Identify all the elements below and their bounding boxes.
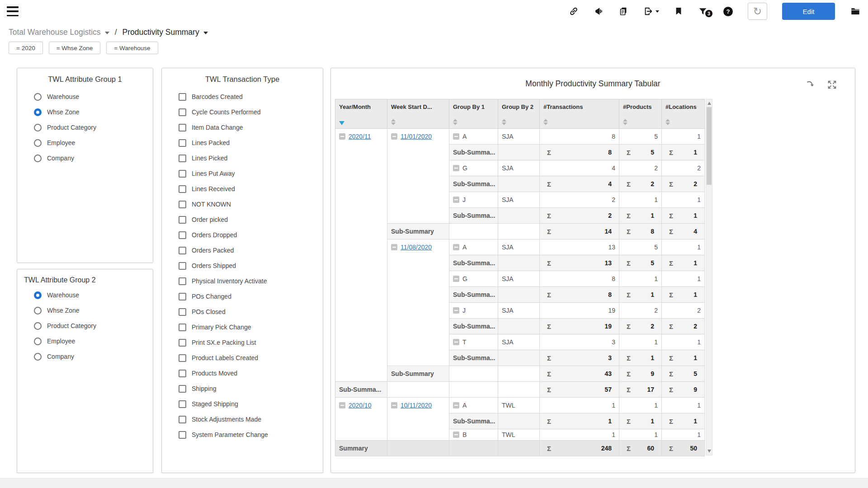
collapse-icon[interactable] [453,197,459,203]
collapse-icon[interactable] [453,402,459,408]
checkbox-icon[interactable] [179,339,186,347]
checkbox-option-order-picked[interactable]: Order picked [179,212,318,227]
drill-link[interactable]: 10/11/2020 [401,402,432,409]
checkbox-icon[interactable] [179,308,186,316]
checkbox-icon[interactable] [179,139,186,147]
radio-icon[interactable] [34,139,42,147]
expand-icon[interactable] [827,80,837,91]
collapse-icon[interactable] [391,402,397,408]
collapse-icon[interactable] [453,133,459,140]
radio-option-whse-zone[interactable]: Whse Zone [34,104,148,120]
collapse-icon[interactable] [339,402,345,408]
checkbox-option-orders-dropped[interactable]: Orders Dropped [179,227,318,243]
filter-icon[interactable]: 3 [698,6,708,16]
checkbox-icon[interactable] [179,324,186,331]
sort-toggle-icon[interactable] [623,119,628,125]
radio-icon[interactable] [34,108,42,116]
export-icon[interactable] [643,6,659,16]
collapse-icon[interactable] [391,133,397,140]
scroll-down-icon[interactable] [708,450,711,453]
radio-icon[interactable] [34,307,42,314]
collapse-icon[interactable] [453,276,459,282]
sort-desc-icon[interactable] [339,121,344,125]
sort-toggle-icon[interactable] [665,119,671,125]
filter-chip-2020[interactable]: = 2020 [9,42,43,54]
checkbox-icon[interactable] [179,416,186,423]
checkbox-icon[interactable] [179,216,186,224]
column-header-week-start-d[interactable]: Week Start D... [387,99,449,129]
radio-option-product-category[interactable]: Product Category [34,120,148,135]
sort-toggle-icon[interactable] [502,119,507,125]
checkbox-option-orders-packed[interactable]: Orders Packed [179,243,318,258]
edit-button[interactable]: Edit [782,3,835,20]
collapse-icon[interactable] [453,244,459,250]
checkbox-option-products-moved[interactable]: Products Moved [179,366,318,381]
column-header-group-by-2[interactable]: Group By 2 [498,99,540,129]
checkbox-option-shipping[interactable]: Shipping [179,381,318,396]
column-header-products[interactable]: #Products [619,99,662,129]
checkbox-option-staged-shipping[interactable]: Staged Shipping [179,396,318,412]
bookmark-icon[interactable] [674,6,683,16]
menu-icon[interactable] [7,5,19,17]
radio-icon[interactable] [34,124,42,131]
filter-chip-warehouse[interactable]: = Warehouse [106,42,158,54]
filter-chip-whse-zone[interactable]: = Whse Zone [49,42,101,54]
radio-option-company[interactable]: Company [34,150,148,166]
checkbox-icon[interactable] [179,293,186,300]
checkbox-option-lines-put-away[interactable]: Lines Put Away [179,166,318,181]
sort-toggle-icon[interactable] [453,119,458,125]
checkbox-option-stock-adjustments-made[interactable]: Stock Adjustments Made [179,412,318,427]
radio-option-whse-zone[interactable]: Whse Zone [34,303,148,318]
vertical-scrollbar[interactable] [706,99,712,455]
drill-link[interactable]: 11/01/2020 [401,133,432,140]
checkbox-icon[interactable] [179,231,186,239]
checkbox-icon[interactable] [179,185,186,193]
collapse-icon[interactable] [453,165,459,171]
collapse-icon[interactable] [453,307,459,314]
drill-link[interactable]: 2020/11 [349,133,371,140]
radio-icon[interactable] [34,322,42,330]
drill-arrow-icon[interactable] [807,80,815,90]
column-header-year-month[interactable]: Year/Month [335,99,387,129]
checkbox-icon[interactable] [179,262,186,270]
radio-icon[interactable] [34,93,42,101]
breadcrumb-current[interactable]: Productivity Summary [123,28,208,37]
sort-toggle-icon[interactable] [543,119,549,125]
checkbox-option-physical-inventory-activate[interactable]: Physical Inventory Activate [179,273,318,289]
drill-link[interactable]: 2020/10 [349,402,372,409]
checkbox-option-pos-closed[interactable]: POs Closed [179,304,318,319]
checkbox-option-cycle-counts-performed[interactable]: Cycle Counts Performed [179,104,318,120]
checkbox-option-not-known[interactable]: NOT KNOWN [179,197,318,212]
scroll-up-icon[interactable] [708,102,711,105]
copy-icon[interactable] [618,6,628,16]
checkbox-icon[interactable] [179,385,186,393]
checkbox-option-lines-received[interactable]: Lines Received [179,181,318,197]
collapse-icon[interactable] [339,133,345,140]
share-link-icon[interactable] [569,6,579,16]
drill-link[interactable]: 11/08/2020 [401,244,432,251]
radio-icon[interactable] [34,155,42,162]
help-icon[interactable]: ? [723,7,733,16]
radio-option-product-category[interactable]: Product Category [34,318,148,333]
radio-option-warehouse[interactable]: Warehouse [34,89,148,104]
column-header-transactions[interactable]: #Transactions [540,99,619,129]
checkbox-option-lines-packed[interactable]: Lines Packed [179,135,318,150]
scrollbar-thumb[interactable] [707,107,712,185]
radio-icon[interactable] [34,353,42,361]
collapse-icon[interactable] [391,244,397,250]
radio-icon[interactable] [34,338,42,345]
checkbox-icon[interactable] [179,431,186,439]
checkbox-icon[interactable] [179,155,186,162]
radio-option-employee[interactable]: Employee [34,135,148,150]
checkbox-option-primary-pick-change[interactable]: Primary Pick Change [179,319,318,335]
checkbox-icon[interactable] [179,124,186,131]
checkbox-icon[interactable] [179,93,186,101]
radio-icon[interactable] [34,291,42,299]
radio-option-company[interactable]: Company [34,349,148,364]
checkbox-option-system-parameter-change[interactable]: System Parameter Change [179,427,318,442]
column-header-locations[interactable]: #Locations [662,99,705,129]
checkbox-option-pos-changed[interactable]: POs Changed [179,289,318,304]
refresh-button[interactable]: ↻ [748,3,767,20]
collapse-icon[interactable] [453,339,459,345]
breadcrumb-parent[interactable]: Total Warehouse Logistics [9,28,109,37]
